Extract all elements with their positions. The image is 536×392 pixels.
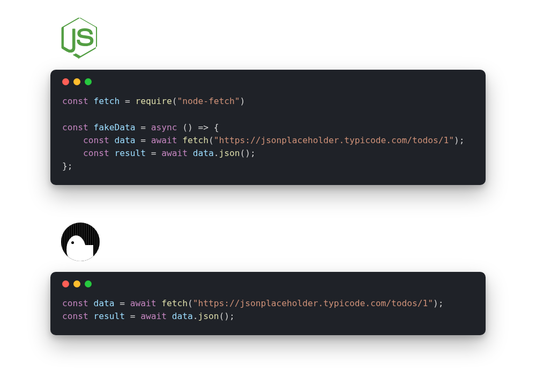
code-window-node: const fetch = require("node-fetch")const… [50, 70, 486, 185]
deno-section: const data = await fetch("https://jsonpl… [50, 223, 486, 335]
nodejs-icon [61, 16, 486, 59]
code-window-deno: const data = await fetch("https://jsonpl… [50, 272, 486, 335]
close-icon[interactable] [62, 78, 69, 85]
window-titlebar [62, 280, 474, 287]
maximize-icon[interactable] [85, 280, 92, 287]
minimize-icon[interactable] [73, 78, 80, 85]
code-block: const fetch = require("node-fetch")const… [62, 95, 474, 173]
maximize-icon[interactable] [85, 78, 92, 85]
window-titlebar [62, 78, 474, 85]
close-icon[interactable] [62, 280, 69, 287]
node-section: const fetch = require("node-fetch")const… [50, 16, 486, 185]
deno-icon [61, 223, 100, 261]
code-block: const data = await fetch("https://jsonpl… [62, 297, 474, 323]
minimize-icon[interactable] [73, 280, 80, 287]
